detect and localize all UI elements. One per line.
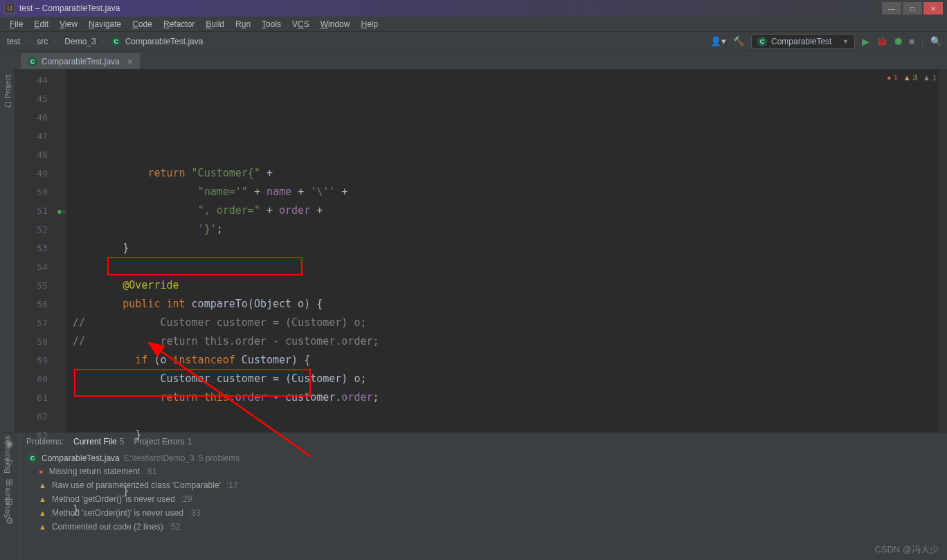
editor-tabs: C ComparableTest.java ✕ — [0, 51, 947, 69]
code-line[interactable]: @Override — [73, 276, 947, 295]
code-line[interactable]: // return this.order - customer.order; — [73, 332, 947, 351]
menu-tools[interactable]: Tools — [258, 18, 285, 30]
app-icon: IJ — [4, 3, 15, 14]
menu-vcs[interactable]: VCS — [288, 18, 314, 30]
menu-run[interactable]: Run — [231, 18, 255, 30]
user-icon[interactable]: 👤▾ — [710, 36, 726, 46]
menu-refactor[interactable]: Refactor — [159, 18, 199, 30]
gutter-line[interactable]: 54 — [15, 258, 67, 276]
gutter-line[interactable]: 52 — [15, 220, 67, 239]
code-line[interactable]: if (o instanceof Customer) { — [73, 351, 947, 370]
run-config-label: ComparableTest — [771, 37, 831, 46]
editor[interactable]: 4445464748495051●↑5253545556575859606162… — [15, 69, 947, 432]
chevron-right-icon: 〉 — [23, 35, 34, 47]
menu-build[interactable]: Build — [201, 18, 228, 30]
menu-window[interactable]: Window — [316, 18, 354, 30]
code-line[interactable]: // Customer customer = (Customer) o; — [73, 314, 947, 332]
warning-icon: ▲ — [39, 481, 46, 489]
gutter-line[interactable]: 57 — [15, 314, 67, 332]
override-icon[interactable]: ●↑ — [57, 201, 66, 220]
chevron-right-icon: 〉 — [51, 35, 62, 47]
stop-button[interactable]: ■ — [909, 36, 914, 46]
code-line[interactable]: "name='" + name + '\'' + — [73, 183, 947, 201]
code-line[interactable]: } — [73, 482, 947, 500]
gutter-line[interactable]: 62 — [15, 407, 67, 426]
menubar: File Edit View Navigate Code Refactor Bu… — [0, 17, 947, 32]
run-configuration-dropdown[interactable]: C ComparableTest ▼ — [751, 34, 855, 49]
code-line[interactable]: ", order=" + order + — [73, 201, 947, 220]
code-line[interactable]: '}'; — [73, 220, 947, 239]
gutter-line[interactable]: 61 — [15, 388, 67, 407]
menu-navigate[interactable]: Navigate — [84, 18, 125, 30]
code-line[interactable]: public int compareTo(Object o) { — [73, 295, 947, 314]
gutter-line[interactable]: 50 — [15, 183, 67, 201]
close-button[interactable]: ✕ — [923, 2, 943, 15]
search-icon[interactable]: 🔍 — [930, 36, 941, 46]
gutter-line[interactable]: 46 — [15, 108, 67, 127]
error-stripe[interactable] — [938, 69, 947, 432]
gutter-line[interactable]: 55 — [15, 276, 67, 295]
gutter-line[interactable]: 58 — [15, 332, 67, 351]
gutter-line[interactable]: 45 — [15, 89, 67, 108]
class-icon: C — [757, 37, 767, 46]
tool-project[interactable]: 🗀 Project — [3, 75, 12, 109]
gutter-line[interactable]: 51●↑ — [15, 201, 67, 220]
window-title: test – ComparableTest.java — [19, 3, 120, 13]
code-line[interactable]: return "Customer{" + — [73, 164, 947, 183]
code-line[interactable] — [73, 258, 947, 276]
warning-count: ▲ 3 — [903, 73, 917, 82]
warning-icon: ▲ — [39, 523, 46, 531]
warning-icon: ▲ — [39, 509, 46, 517]
tab-label: ComparableTest.java — [42, 57, 120, 66]
code-line[interactable] — [73, 407, 947, 426]
run-coverage-button[interactable]: ⬢ — [894, 36, 902, 46]
close-icon[interactable]: ✕ — [127, 57, 133, 66]
gutter-line[interactable]: 44 — [15, 71, 67, 89]
breadcrumb: test 〉 src 〉 Demo_3 〉 C ComparableTest.j… — [6, 35, 204, 47]
chevron-right-icon: 〉 — [99, 35, 110, 47]
gutter-line[interactable]: 56 — [15, 295, 67, 314]
menu-help[interactable]: Help — [357, 18, 382, 30]
code-line[interactable]: } — [73, 500, 947, 519]
debug-button[interactable]: 🐞 — [876, 36, 887, 46]
tool-structure[interactable]: Structure — [3, 487, 11, 518]
run-button[interactable]: ▶ — [862, 36, 869, 47]
left-tool-stripe: 🗀 Project — [0, 69, 15, 432]
gutter-line[interactable]: 49 — [15, 164, 67, 183]
code-line[interactable]: } — [73, 239, 947, 258]
gutter-line[interactable]: 60 — [15, 370, 67, 388]
gutter[interactable]: 4445464748495051●↑5253545556575859606162… — [15, 69, 67, 432]
gutter-line[interactable]: 47 — [15, 127, 67, 145]
menu-edit[interactable]: Edit — [30, 18, 53, 30]
build-icon[interactable]: 🔨 — [733, 36, 744, 46]
breadcrumb-item[interactable]: ComparableTest.java — [124, 37, 205, 46]
error-count: ● 1 — [887, 73, 898, 82]
maximize-button[interactable]: □ — [903, 2, 922, 15]
breadcrumb-item[interactable]: test — [6, 37, 21, 46]
menu-view[interactable]: View — [55, 18, 82, 30]
code-line[interactable]: Customer customer = (Customer) o; — [73, 370, 947, 388]
minimize-button[interactable]: — — [882, 2, 901, 15]
code-line[interactable]: } — [73, 426, 947, 444]
bottom-tool-stripe: Bookmarks Structure — [0, 435, 15, 518]
window-controls: — □ ✕ — [882, 2, 943, 15]
gutter-line[interactable]: 63 — [15, 426, 67, 444]
class-icon: C — [111, 37, 121, 46]
code-area[interactable]: return "Customer{" + "name='" + name + '… — [67, 69, 947, 432]
gutter-line[interactable]: 53 — [15, 239, 67, 258]
menu-code[interactable]: Code — [128, 18, 156, 30]
code-line[interactable] — [73, 463, 947, 482]
tool-bookmarks[interactable]: Bookmarks — [3, 435, 11, 473]
editor-tab[interactable]: C ComparableTest.java ✕ — [21, 53, 140, 69]
navbar: test 〉 src 〉 Demo_3 〉 C ComparableTest.j… — [0, 32, 947, 51]
breadcrumb-item[interactable]: src — [35, 37, 49, 46]
breadcrumb-item[interactable]: Demo_3 — [63, 37, 97, 46]
code-line[interactable] — [73, 444, 947, 463]
code-line[interactable]: return this.order - customer.order; — [73, 388, 947, 407]
inspection-summary[interactable]: ● 1 ▲ 3 ▲ 1 — [887, 73, 937, 82]
menu-file[interactable]: File — [6, 18, 27, 30]
gutter-line[interactable]: 48 — [15, 145, 67, 164]
code-line[interactable] — [73, 519, 947, 538]
gutter-line[interactable]: 59 — [15, 351, 67, 370]
error-icon: ● — [39, 467, 44, 476]
